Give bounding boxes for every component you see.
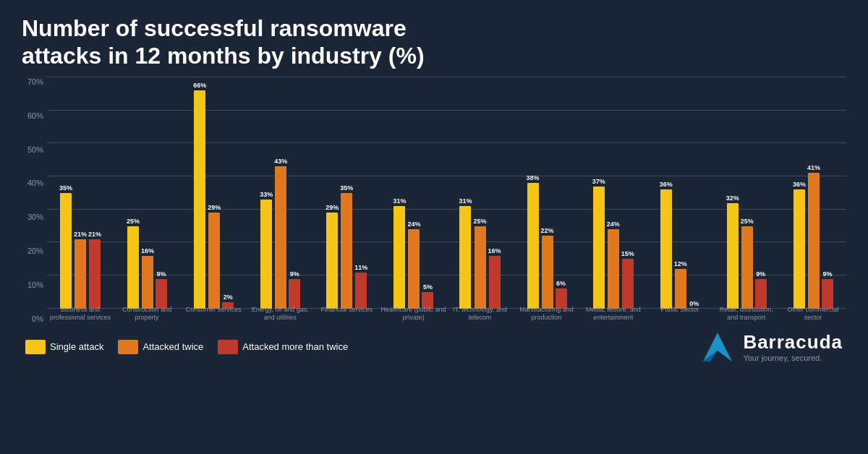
industry-group: 36%41%9%	[780, 77, 846, 309]
x-axis-label: Energy, oil and gas, and utilities	[247, 304, 313, 323]
bar-wrapper: 25%	[741, 77, 754, 309]
bar	[593, 187, 605, 309]
industry-group: 31%25%16%	[446, 77, 513, 309]
bar-value-label: 66%	[193, 82, 206, 89]
legend-barracuda-row: Single attackAttacked twiceAttacked more…	[22, 329, 846, 365]
bar	[459, 206, 471, 309]
bar-wrapper: 35%	[59, 77, 72, 309]
bar	[741, 226, 753, 309]
industry-group: 37%24%15%	[580, 77, 647, 309]
bars: 35%21%21%	[47, 77, 114, 309]
legend-color-box	[25, 340, 46, 354]
legend-label: Attacked twice	[142, 341, 203, 352]
bar-wrapper: 9%	[755, 77, 767, 309]
bar-wrapper: 22%	[541, 77, 554, 309]
bar-value-label: 9%	[822, 270, 832, 278]
bar	[608, 229, 619, 309]
main-container: Number of successful ransomware attacks …	[0, 0, 868, 454]
bar-value-label: 9%	[290, 270, 299, 278]
bar-value-label: 43%	[274, 158, 287, 165]
x-axis-label: Public Sector	[647, 304, 713, 323]
x-axis-label: Manufacturing and production	[514, 304, 580, 323]
bar-wrapper: 24%	[607, 77, 620, 309]
legend-label: Single attack	[50, 341, 103, 352]
barracuda-tagline: Your journey, secured.	[743, 354, 843, 362]
bar-value-label: 25%	[474, 218, 487, 225]
bars: 32%25%9%	[713, 77, 780, 309]
bar-wrapper: 31%	[459, 77, 472, 309]
bar	[622, 259, 634, 309]
bar	[408, 229, 420, 309]
industry-group: 25%16%9%	[114, 77, 180, 309]
bar-wrapper: 2%	[222, 77, 234, 309]
bar-wrapper: 29%	[326, 77, 339, 309]
bar	[89, 239, 101, 309]
bar	[489, 256, 501, 309]
legend-label: Attacked more than twice	[242, 341, 348, 352]
x-labels: Business and professional servicesConstr…	[47, 304, 846, 323]
bar-value-label: 24%	[607, 220, 620, 228]
bar-value-label: 35%	[59, 184, 72, 192]
bar	[660, 189, 672, 309]
bar-value-label: 32%	[726, 194, 739, 202]
chart-area: 0%10%20%30%40%50%60%70% 35%21%21%25%16%9…	[22, 77, 846, 323]
bar	[60, 193, 72, 309]
bars: 31%24%5%	[380, 77, 446, 309]
industry-group: 31%24%5%	[380, 77, 446, 309]
bar-wrapper: 38%	[527, 77, 540, 309]
bar-value-label: 25%	[127, 218, 140, 225]
bar-value-label: 9%	[157, 270, 166, 278]
bar-wrapper: 0%	[689, 77, 700, 309]
bar-wrapper: 9%	[156, 77, 167, 309]
bar-value-label: 21%	[88, 231, 101, 238]
bar-wrapper: 29%	[208, 77, 221, 309]
y-axis-label: 70%	[22, 77, 47, 86]
bar-value-label: 33%	[260, 191, 273, 198]
industry-group: 38%22%6%	[514, 77, 580, 309]
bar-wrapper: 33%	[260, 77, 273, 309]
bars: 38%22%6%	[514, 77, 580, 309]
y-axis-label: 30%	[22, 213, 47, 221]
bar-wrapper: 21%	[74, 77, 87, 309]
bar	[527, 183, 539, 309]
bar-wrapper: 15%	[621, 77, 634, 309]
bars: 33%43%9%	[247, 77, 313, 309]
bar	[808, 173, 820, 308]
bar	[194, 90, 205, 309]
bar-value-label: 16%	[141, 247, 154, 254]
bar-value-label: 15%	[621, 250, 634, 257]
bar-value-label: 2%	[224, 294, 233, 301]
bar-wrapper: 32%	[726, 77, 739, 309]
x-axis-label: Business and professional services	[47, 304, 114, 323]
industry-group: 33%43%9%	[247, 77, 313, 309]
bar-value-label: 36%	[793, 181, 806, 188]
y-axis: 0%10%20%30%40%50%60%70%	[22, 77, 47, 323]
bar-wrapper: 35%	[340, 77, 353, 309]
x-axis-label: Retail, distribution, and transport	[713, 304, 780, 323]
x-axis-label: Financial services	[313, 304, 380, 323]
bars: 66%29%2%	[180, 77, 247, 309]
bar	[542, 236, 553, 309]
chart-body: 35%21%21%25%16%9%66%29%2%33%43%9%29%35%1…	[47, 77, 846, 323]
bar-value-label: 38%	[527, 174, 540, 181]
barracuda-brand: Barracuda Your journey, secured.	[699, 329, 843, 365]
barracuda-text: Barracuda Your journey, secured.	[743, 331, 843, 362]
bar	[475, 226, 486, 309]
bar-wrapper: 36%	[660, 77, 673, 309]
x-axis-label: Construction and property	[114, 304, 180, 323]
bar-wrapper: 41%	[807, 77, 820, 309]
bar	[127, 226, 139, 309]
bar-value-label: 9%	[756, 270, 765, 278]
bar	[75, 239, 86, 309]
bar-value-label: 35%	[340, 184, 353, 192]
x-axis-label: IT, technology, and telecom	[446, 304, 513, 323]
bars-container: 35%21%21%25%16%9%66%29%2%33%43%9%29%35%1…	[47, 77, 846, 309]
x-axis-label: Consumer services	[180, 304, 247, 323]
bar-value-label: 24%	[407, 220, 420, 228]
bar-wrapper: 5%	[422, 77, 433, 309]
bars: 29%35%11%	[313, 77, 380, 309]
industry-group: 35%21%21%	[47, 77, 114, 309]
bar-value-label: 5%	[423, 283, 433, 291]
legend-color-box	[218, 340, 238, 354]
x-axis-label: Other commercial sector	[780, 304, 846, 323]
